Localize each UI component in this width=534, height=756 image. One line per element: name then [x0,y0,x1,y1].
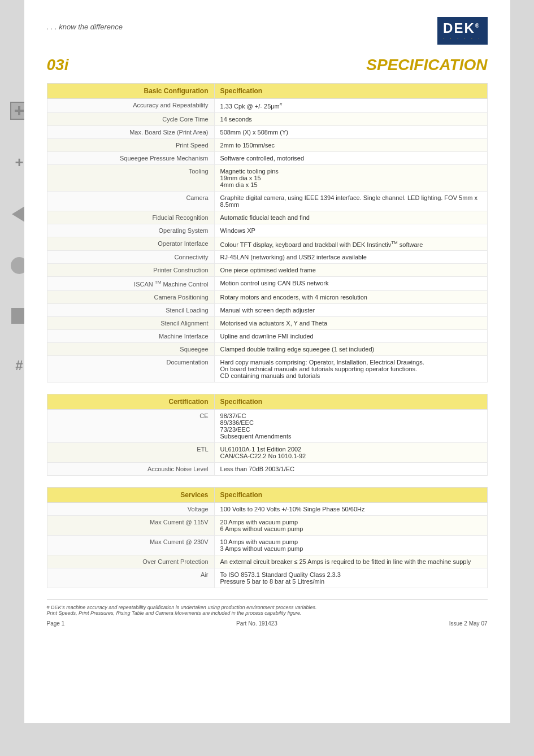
table-row: Max. Board Size (Print Area)508mm (X) x … [47,125,487,138]
row-label: Documentation [47,355,214,382]
footer-bar: Page 1 Part No. 191423 Issue 2 May 07 [47,620,488,627]
row-label: Max Current @ 230V [47,535,214,555]
basic-config-table: Basic Configuration Specification Accura… [47,83,488,383]
row-value: 98/37/EC89/336/EEC73/23/EECSubsequent Am… [214,409,487,442]
row-value: Manual with screen depth adjuster [214,303,487,316]
svg-rect-1 [18,106,20,115]
table-row: DocumentationHard copy manuals comprisin… [47,355,487,382]
logo-reg: ® [475,23,480,29]
row-label: Voltage [47,502,214,515]
row-value: One piece optimised welded frame [214,264,487,277]
row-label: Machine Interface [47,329,214,342]
footer-issue: Issue 2 May 07 [449,620,488,627]
row-label: Connectivity [47,251,214,264]
basic-col1-header: Basic Configuration [47,84,214,99]
row-value: An external circuit breaker ≤ 25 Amps is… [214,555,487,568]
row-value: 10 Amps with vacuum pump3 Amps without v… [214,535,487,555]
row-value: To ISO 8573.1 Standard Quality Class 2.3… [214,568,487,588]
header: . . . know the difference DEK® · · · · ·… [47,17,488,45]
row-value: 14 seconds [214,112,487,125]
row-value: 1.33 Cpk @ +/- 25μm# [214,99,487,113]
row-value: 20 Amps with vacuum pump6 Amps without v… [214,515,487,535]
table-row: Accoustic Noise LevelLess than 70dB 2003… [47,462,487,475]
cert-col1-header: Certification [47,394,214,409]
row-label: Camera [47,191,214,211]
table-row: Accuracy and Repeatability1.33 Cpk @ +/-… [47,99,487,113]
row-label: Fiducial Recognition [47,211,214,224]
row-value: 2mm to 150mm/sec [214,138,487,151]
footer-note-line1: # DEK's machine accuracy and repeatabili… [47,605,488,610]
logo: DEK® · · · · · · [437,17,487,45]
certification-table: Certification Specification CE98/37/EC89… [47,394,488,476]
row-value: Motorised via actuators X, Y and Theta [214,316,487,329]
svc-col2-header: Specification [214,487,487,502]
table-row: Max Current @ 230V10 Amps with vacuum pu… [47,535,487,555]
title-row: 03i SPECIFICATION [47,56,488,74]
row-value: 508mm (X) x 508mm (Y) [214,125,487,138]
row-value: Automatic fiducial teach and find [214,211,487,224]
row-value: 100 Volts to 240 Volts +/-10% Single Pha… [214,502,487,515]
svc-col1-header: Services [47,487,214,502]
row-label: Squeegee [47,342,214,355]
row-label: Max. Board Size (Print Area) [47,125,214,138]
row-label: Accuracy and Repeatability [47,99,214,113]
sidebar-icon-cross: + [15,154,23,171]
row-label: ETL [47,442,214,462]
logo-letters: DEK [443,20,475,36]
row-value: Clamped double trailing edge squeegee (1… [214,342,487,355]
table-row: SqueegeeClamped double trailing edge squ… [47,342,487,355]
footer-note-line2: Print Speeds, Print Pressures, Rising Ta… [47,610,488,616]
row-value: UL61010A-1 1st Edition 2002CAN/CSA-C22.2… [214,442,487,462]
table-row: Max Current @ 115V20 Amps with vacuum pu… [47,515,487,535]
row-value: Hard copy manuals comprising: Operator, … [214,355,487,382]
table-row: Printer ConstructionOne piece optimised … [47,264,487,277]
row-label: Accoustic Noise Level [47,462,214,475]
row-label: Over Current Protection [47,555,214,568]
footer-part: Part No. 191423 [236,620,277,627]
row-value: Software controlled, motorised [214,151,487,164]
table-row: Camera PositioningRotary motors and enco… [47,290,487,303]
table-row: Voltage100 Volts to 240 Volts +/-10% Sin… [47,502,487,515]
row-value: Rotary motors and encoders, with 4 micro… [214,290,487,303]
table-row: Stencil AlignmentMotorised via actuators… [47,316,487,329]
table-row: Operator InterfaceColour TFT display, ke… [47,237,487,251]
table-row: Fiducial RecognitionAutomatic fiducial t… [47,211,487,224]
table-row: Print Speed2mm to 150mm/sec [47,138,487,151]
row-label: Operator Interface [47,237,214,251]
row-value: Graphite digital camera, using IEEE 1394… [214,191,487,211]
table-row: Squeegee Pressure MechanismSoftware cont… [47,151,487,164]
basic-col2-header: Specification [214,84,487,99]
row-label: Stencil Loading [47,303,214,316]
table-row: CameraGraphite digital camera, using IEE… [47,191,487,211]
services-table: Services Specification Voltage100 Volts … [47,487,488,588]
footer-page: Page 1 [47,620,65,627]
row-label: Cycle Core Time [47,112,214,125]
row-label: Air [47,568,214,588]
spec-title: SPECIFICATION [366,56,487,74]
table-row: Machine InterfaceUpline and downline FMI… [47,329,487,342]
cert-col2-header: Specification [214,394,487,409]
row-label: Operating System [47,224,214,237]
footer-note: # DEK's machine accuracy and repeatabili… [47,599,488,616]
row-label: Camera Positioning [47,290,214,303]
table-row: Over Current ProtectionAn external circu… [47,555,487,568]
row-label: Max Current @ 115V [47,515,214,535]
row-value: Colour TFT display, keyboard and trackba… [214,237,487,251]
row-label: Print Speed [47,138,214,151]
row-value: Less than 70dB 2003/1/EC [214,462,487,475]
sidebar-icon-hash: # [15,358,23,373]
table-row: ToolingMagnetic tooling pins19mm dia x 1… [47,164,487,191]
row-value: Motion control using CAN BUS network [214,277,487,291]
logo-text: DEK® [443,20,480,36]
table-row: Stencil LoadingManual with screen depth … [47,303,487,316]
row-label: Printer Construction [47,264,214,277]
logo-box: DEK® · · · · · · [437,17,487,45]
table-row: AirTo ISO 8573.1 Standard Quality Class … [47,568,487,588]
table-row: ISCAN TM Machine ControlMotion control u… [47,277,487,291]
row-label: Tooling [47,164,214,191]
row-value: RJ-45LAN (networking) and USB2 interface… [214,251,487,264]
row-label: Stencil Alignment [47,316,214,329]
row-label: Squeegee Pressure Mechanism [47,151,214,164]
table-row: ConnectivityRJ-45LAN (networking) and US… [47,251,487,264]
row-value: Magnetic tooling pins19mm dia x 154mm di… [214,164,487,191]
